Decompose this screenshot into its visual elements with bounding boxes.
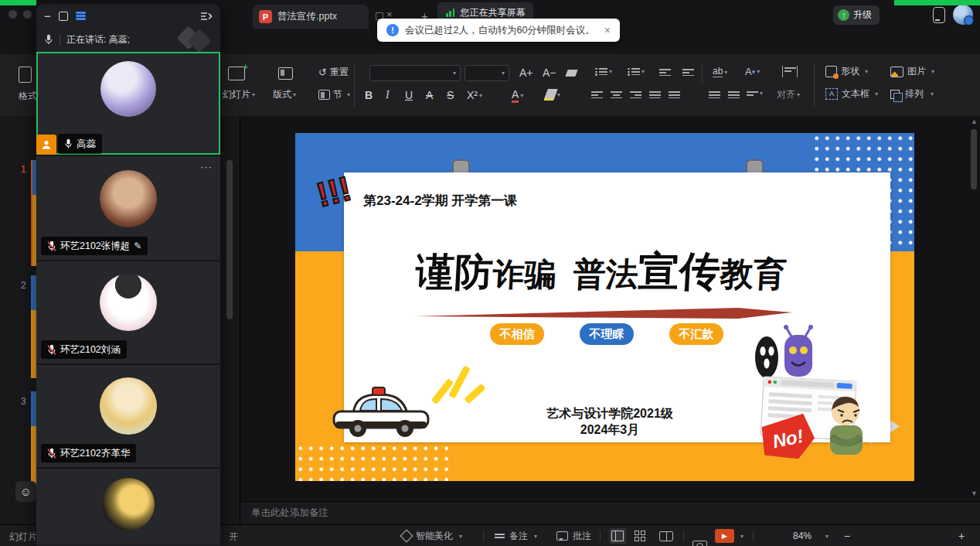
font-size-select[interactable]: ▾ <box>464 65 509 81</box>
align-objects-button[interactable]: 对齐▾ <box>777 88 800 101</box>
font-color-button[interactable]: A▾ <box>512 89 523 103</box>
upgrade-label: 升级 <box>853 9 872 22</box>
smart-beautify-button[interactable]: 智能美化▾ <box>402 525 462 546</box>
underline-button[interactable]: U <box>405 89 413 101</box>
zoom-chevron-icon[interactable]: ▾ <box>825 533 829 540</box>
rename-pencil-icon[interactable]: ✎ <box>134 241 141 251</box>
char-style-button[interactable]: A <box>426 89 433 101</box>
sharing-label: 您正在共享屏幕 <box>460 6 525 19</box>
textbox-button[interactable]: A 文本框▾ <box>825 87 878 101</box>
participant-tile[interactable]: 高蕊 <box>36 52 220 155</box>
beautify-icon <box>400 530 413 543</box>
toast-close-icon[interactable]: × <box>604 24 611 36</box>
zoom-level[interactable]: 84% <box>793 531 812 541</box>
mic-on-icon <box>64 138 73 149</box>
participant-tile[interactable]: 环艺2102刘涵 <box>36 260 220 363</box>
highlight-pen-icon <box>543 89 557 101</box>
slide-thumbnail[interactable] <box>31 275 36 378</box>
notes-button[interactable]: 备注▾ <box>495 525 537 546</box>
fraud-illustration: No! <box>750 325 875 466</box>
new-slide-button[interactable]: 幻灯片▾ <box>223 88 255 101</box>
account-avatar[interactable] <box>953 5 973 25</box>
zoom-out-button[interactable]: − <box>844 530 850 542</box>
scroll-down-icon[interactable]: ▼ <box>971 490 978 497</box>
screenshare-border <box>0 0 36 5</box>
participant-name: 高蕊 <box>77 138 96 151</box>
align-right-icon[interactable] <box>630 90 641 101</box>
more-options-icon[interactable]: ··· <box>200 161 213 172</box>
section-button[interactable]: 节▾ <box>318 88 350 101</box>
align-center-icon[interactable] <box>611 90 622 101</box>
format-painter-icon[interactable] <box>19 67 32 83</box>
police-car-graphic <box>330 387 438 441</box>
meeting-window-controls: − <box>36 4 220 28</box>
char-spacing-button[interactable]: ab ▾ <box>713 67 727 77</box>
zoom-in-button[interactable]: + <box>958 530 965 542</box>
picture-button[interactable]: 图片▾ <box>890 65 934 78</box>
play-options-chevron-icon[interactable]: ▾ <box>740 533 744 540</box>
decrease-indent-icon[interactable] <box>659 67 671 78</box>
superscript-button[interactable]: X²▾ <box>467 89 482 101</box>
traffic-light-icon[interactable] <box>9 10 17 19</box>
play-slideshow-button[interactable]: ▶ <box>715 529 734 543</box>
paragraph-layout-icon[interactable] <box>782 66 798 77</box>
spacing-icon <box>747 90 758 97</box>
line-spacing-icon[interactable] <box>709 90 720 101</box>
mobile-device-icon[interactable] <box>933 7 945 23</box>
highlight-color-button[interactable]: ▾ <box>546 89 560 101</box>
slide-canvas[interactable]: !!! 第23-24-2学期 开学第一课 谨防诈骗普法宣传教育 不相信 不理睬 … <box>295 133 914 481</box>
slogan-pill: 不汇款 <box>669 323 723 345</box>
scroll-up-icon[interactable]: ▲ <box>971 118 978 125</box>
shapes-button[interactable]: 形状▾ <box>825 65 868 78</box>
thumbnail-scrollbar[interactable] <box>226 160 233 319</box>
emoji-reaction-button[interactable]: ☺ <box>15 481 36 502</box>
projector-button[interactable] <box>692 541 707 546</box>
format-painter-label[interactable]: 格式刷 <box>19 90 37 103</box>
bullets-button[interactable]: ▾ <box>595 67 612 77</box>
text-direction-button[interactable]: A ▾▾ <box>745 66 760 77</box>
play-icon: ▶ <box>722 532 727 540</box>
layout-button[interactable]: 版式▾ <box>273 88 296 101</box>
traffic-light-icon[interactable] <box>23 10 32 19</box>
canvas-scrollbar[interactable] <box>971 129 977 189</box>
italic-button[interactable]: I <box>386 89 390 101</box>
align-left-icon[interactable] <box>591 90 603 101</box>
distribute-icon[interactable] <box>669 90 680 101</box>
clear-format-icon[interactable] <box>567 70 577 77</box>
grow-font-button[interactable]: A+ <box>519 67 533 79</box>
minimize-icon[interactable]: − <box>44 12 51 19</box>
document-tab[interactable]: P 普法宣传.pptx <box>253 5 369 29</box>
spacing-options-button[interactable]: ▾ <box>747 90 763 97</box>
bold-button[interactable]: B <box>365 89 373 101</box>
layout-view-icon[interactable] <box>76 10 86 21</box>
participant-tile[interactable]: 环艺2102齐革华 <box>36 363 220 467</box>
shrink-font-button[interactable]: A− <box>543 67 556 79</box>
speaking-indicator: 正在讲话: 高蕊; <box>36 28 220 52</box>
reset-button[interactable]: ↺ 重置 <box>318 66 349 79</box>
layout-icon[interactable] <box>278 67 293 80</box>
participant-tile[interactable]: ··· 环艺2102张博超 ✎ <box>36 155 220 260</box>
strikethrough-button[interactable]: S <box>447 89 454 101</box>
notes-pane[interactable]: 单击此处添加备注 <box>240 501 980 524</box>
comments-button[interactable]: 批注 <box>556 525 591 546</box>
slide-sorter-view-button[interactable] <box>635 531 645 541</box>
participant-tile[interactable] <box>36 467 220 544</box>
normal-view-button[interactable] <box>609 528 626 544</box>
increase-indent-icon[interactable] <box>682 67 694 78</box>
microphone-icon <box>44 34 53 46</box>
participant-avatar <box>100 274 157 331</box>
numbering-icon <box>628 67 640 77</box>
justify-icon[interactable] <box>649 90 661 101</box>
font-name-select[interactable]: ▾ <box>369 65 461 81</box>
maximize-icon[interactable] <box>59 12 68 21</box>
slide-title: 谨防诈骗普法宣传教育 <box>353 251 850 292</box>
textbox-icon: A <box>825 88 838 100</box>
new-slide-icon[interactable]: + <box>228 67 245 80</box>
arrange-button[interactable]: 排列▾ <box>890 87 934 101</box>
para-spacing-icon[interactable] <box>728 90 740 101</box>
numbering-button[interactable]: ▾ <box>628 67 645 77</box>
collapse-panel-icon[interactable] <box>199 11 213 22</box>
slide-thumbnail[interactable] <box>31 391 36 494</box>
upgrade-button[interactable]: ↑ 升级 <box>833 5 880 25</box>
reading-view-button[interactable] <box>659 531 673 541</box>
